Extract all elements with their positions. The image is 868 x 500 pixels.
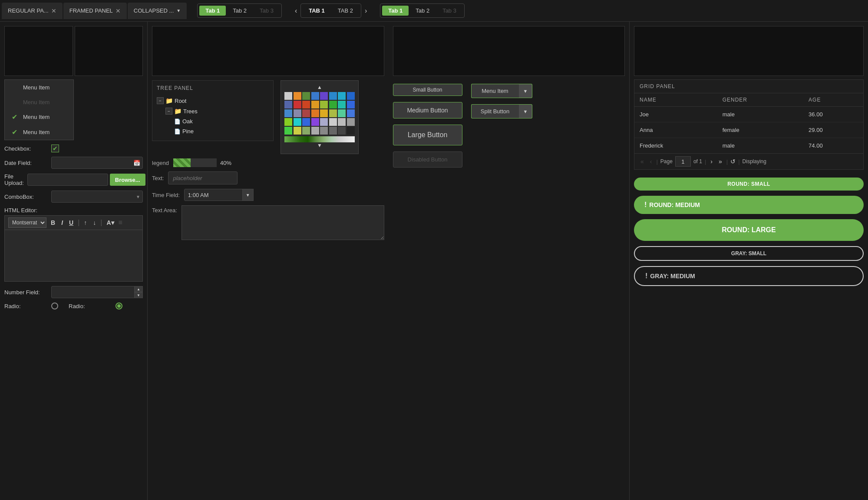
page-number-input[interactable]: [675, 156, 691, 167]
tab-group2-tab1[interactable]: Tab 1: [199, 6, 226, 16]
bold-button[interactable]: B: [49, 218, 57, 227]
color-swatch[interactable]: [320, 101, 328, 109]
color-swatch[interactable]: [329, 92, 337, 100]
color-swatch[interactable]: [329, 109, 337, 117]
italic-button[interactable]: I: [59, 218, 65, 227]
date-input[interactable]: [51, 157, 143, 169]
text-field-input[interactable]: [168, 171, 238, 184]
page-first-btn[interactable]: «: [639, 157, 646, 166]
color-swatch[interactable]: [311, 109, 319, 117]
radio-checked[interactable]: [116, 303, 122, 309]
tab-group4-tab1[interactable]: Tab 1: [382, 6, 409, 16]
gray-medium-button[interactable]: ! GRAY: MEDIUM: [634, 266, 864, 286]
color-swatch[interactable]: [338, 118, 346, 126]
font-select[interactable]: Montserrat Arial: [8, 217, 46, 228]
font-color-button[interactable]: A▾: [105, 218, 116, 227]
tab-collapsed-panel[interactable]: COLLAPSED ... ▼: [128, 3, 187, 19]
large-button[interactable]: Large Button: [393, 125, 462, 145]
medium-button[interactable]: Medium Button: [393, 102, 462, 118]
color-swatch[interactable]: [284, 127, 292, 135]
color-swatch[interactable]: [338, 92, 346, 100]
color-swatch[interactable]: [347, 92, 355, 100]
time-dropdown-btn[interactable]: ▼: [242, 189, 254, 201]
underline-button[interactable]: U: [67, 218, 75, 227]
color-swatch[interactable]: [347, 118, 355, 126]
menu-item-4[interactable]: ✔ Menu Item: [5, 125, 73, 140]
color-swatch[interactable]: [294, 101, 301, 109]
page-next-btn[interactable]: ›: [709, 157, 714, 166]
tree-oak-item[interactable]: 📄 Oak: [174, 116, 269, 126]
tree-root-toggle[interactable]: −: [157, 97, 164, 104]
browse-button[interactable]: Browse...: [110, 174, 145, 186]
tree-trees-item[interactable]: − 📁 Trees: [165, 106, 269, 116]
color-swatch[interactable]: [302, 109, 310, 117]
menu-item-3[interactable]: ✔ Menu Item: [5, 109, 73, 125]
round-medium-button[interactable]: ! ROUND: MEDIUM: [634, 196, 864, 214]
calendar-icon[interactable]: 📅: [133, 160, 140, 166]
color-swatch[interactable]: [320, 127, 328, 135]
tab-group3-tab1[interactable]: TAB 1: [303, 6, 331, 16]
small-button[interactable]: Small Button: [393, 84, 462, 96]
tab-group2-tab2[interactable]: Tab 2: [227, 6, 253, 16]
color-swatch[interactable]: [347, 127, 355, 135]
tab-framed-panel[interactable]: FRAMED PANEL ✕: [63, 3, 127, 19]
menu-item-dropdown-btn[interactable]: ▼: [519, 84, 533, 98]
editor-area[interactable]: [4, 230, 143, 282]
color-swatch[interactable]: [302, 101, 310, 109]
menu-item-1[interactable]: Menu Item: [5, 80, 73, 95]
color-swatch[interactable]: [284, 101, 292, 109]
menu-item-button[interactable]: Menu Item: [471, 84, 519, 98]
color-swatch[interactable]: [338, 109, 346, 117]
color-nav-up-btn[interactable]: ▲: [317, 84, 322, 90]
color-swatch[interactable]: [347, 101, 355, 109]
checkbox-input[interactable]: ✔: [51, 145, 59, 152]
color-swatch[interactable]: [329, 118, 337, 126]
tab-collapsed-dropdown[interactable]: ▼: [176, 8, 181, 13]
gray-small-button[interactable]: GRAY: SMALL: [634, 246, 864, 261]
color-swatch[interactable]: [329, 127, 337, 135]
table-row[interactable]: Frederick male 74.00: [634, 138, 863, 154]
tree-root-item[interactable]: − 📁 Root: [157, 95, 269, 106]
color-swatch[interactable]: [329, 101, 337, 109]
color-swatch[interactable]: [320, 92, 328, 100]
split-button-arrow[interactable]: ▼: [519, 104, 533, 118]
table-row[interactable]: Joe male 36.00: [634, 107, 863, 122]
color-swatch[interactable]: [338, 101, 346, 109]
tab-group3-tab2[interactable]: TAB 2: [332, 6, 359, 16]
tree-pine-item[interactable]: 📄 Pine: [174, 126, 269, 136]
color-swatch[interactable]: [320, 109, 328, 117]
color-swatch[interactable]: [347, 109, 355, 117]
tab-group4-tab2[interactable]: Tab 2: [409, 6, 436, 16]
color-swatch[interactable]: [320, 118, 328, 126]
color-swatch[interactable]: [284, 118, 292, 126]
color-swatch[interactable]: [311, 92, 319, 100]
tab-group3-prev[interactable]: ‹: [292, 6, 300, 16]
color-swatch[interactable]: [302, 127, 310, 135]
page-last-btn[interactable]: »: [717, 157, 724, 166]
page-prev-btn[interactable]: ‹: [648, 157, 654, 166]
color-swatch[interactable]: [338, 127, 346, 135]
align-up-button[interactable]: ↑: [82, 218, 89, 227]
tab-regular-panel[interactable]: REGULAR PA... ✕: [2, 3, 63, 19]
combobox-select[interactable]: [51, 191, 143, 203]
radio-unchecked[interactable]: [51, 303, 58, 309]
round-small-button[interactable]: ROUND: SMALL: [634, 178, 864, 191]
color-swatch[interactable]: [284, 109, 292, 117]
table-row[interactable]: Anna female 29.00: [634, 122, 863, 138]
number-input[interactable]: [51, 286, 143, 298]
number-up-arrow[interactable]: ▲: [134, 286, 143, 292]
tab-regular-close[interactable]: ✕: [51, 7, 56, 14]
color-swatch[interactable]: [284, 92, 292, 100]
number-down-arrow[interactable]: ▼: [134, 292, 143, 298]
color-swatch[interactable]: [294, 92, 301, 100]
align-down-button[interactable]: ↓: [91, 218, 98, 227]
page-refresh-btn[interactable]: ↺: [730, 158, 736, 165]
tab-framed-close[interactable]: ✕: [116, 7, 121, 14]
color-swatch[interactable]: [311, 127, 319, 135]
color-swatch[interactable]: [294, 118, 301, 126]
color-swatch[interactable]: [302, 92, 310, 100]
textarea-input[interactable]: [182, 205, 384, 240]
color-swatch[interactable]: [302, 118, 310, 126]
round-large-button[interactable]: ROUND: LARGE: [634, 219, 864, 241]
color-swatch[interactable]: [294, 127, 301, 135]
